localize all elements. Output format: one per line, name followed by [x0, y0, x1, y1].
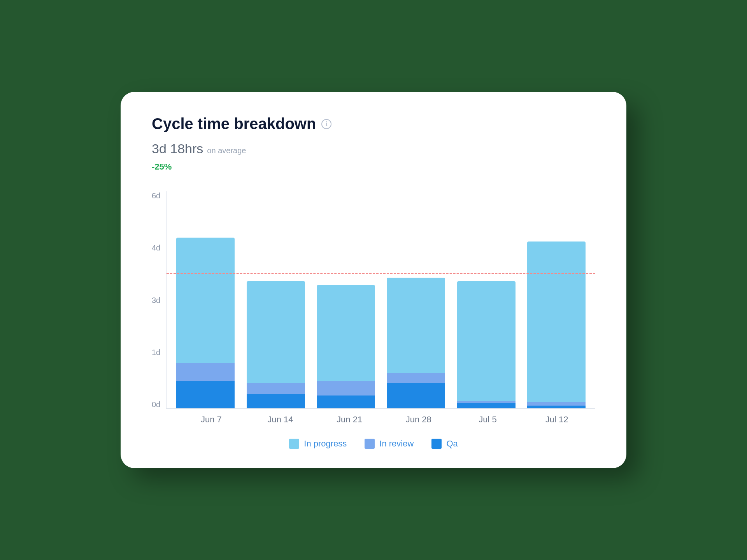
y-tick: 3d	[152, 296, 160, 305]
plot-area	[166, 191, 595, 409]
legend-swatch	[365, 439, 375, 449]
y-tick: 1d	[152, 348, 160, 357]
average-line	[167, 273, 595, 274]
metric-delta: -25%	[152, 162, 595, 172]
bar[interactable]	[527, 242, 586, 408]
x-tick: Jun 28	[389, 415, 448, 425]
bar[interactable]	[247, 281, 305, 408]
info-icon[interactable]: i	[321, 119, 331, 129]
x-tick: Jun 21	[320, 415, 379, 425]
y-axis: 6d4d3d1d0d	[152, 191, 166, 409]
legend-label: In review	[379, 439, 414, 449]
card-title: Cycle time breakdown	[152, 115, 316, 133]
x-tick: Jul 12	[528, 415, 586, 425]
bar-segment-in_progress	[457, 281, 516, 401]
bar-segment-in_progress	[176, 238, 235, 363]
x-tick: Jun 14	[251, 415, 309, 425]
y-tick: 4d	[152, 243, 160, 252]
legend-item-in_review[interactable]: In review	[365, 439, 414, 449]
x-tick: Jul 5	[458, 415, 517, 425]
bar-segment-qa	[387, 383, 445, 408]
card-header: Cycle time breakdown i	[152, 115, 595, 133]
chart: 6d4d3d1d0d Jun 7Jun 14Jun 21Jun 28Jul 5J…	[152, 191, 595, 449]
bar[interactable]	[457, 281, 516, 408]
bar-segment-in_progress	[247, 281, 305, 383]
bar[interactable]	[317, 285, 375, 408]
bar-segment-in_review	[527, 402, 586, 405]
metric-suffix: on average	[207, 146, 246, 155]
bar-segment-in_review	[247, 383, 305, 394]
bars-container	[167, 191, 595, 408]
bar-segment-in_progress	[317, 285, 375, 381]
bar-segment-in_review	[176, 363, 235, 381]
metric-row: 3d 18hrs on average	[152, 141, 595, 156]
bar-segment-in_progress	[527, 242, 586, 402]
legend-item-qa[interactable]: Qa	[431, 439, 458, 449]
bar-segment-in_review	[317, 381, 375, 396]
cycle-time-card: Cycle time breakdown i 3d 18hrs on avera…	[121, 92, 626, 468]
x-tick: Jun 7	[182, 415, 240, 425]
y-tick: 0d	[152, 400, 160, 409]
bar[interactable]	[387, 278, 445, 408]
bar-segment-qa	[176, 381, 235, 408]
legend: In progressIn reviewQa	[152, 439, 595, 449]
x-axis: Jun 7Jun 14Jun 21Jun 28Jul 5Jul 12	[173, 415, 595, 425]
bar-segment-in_review	[387, 373, 445, 383]
legend-swatch	[289, 439, 299, 449]
bar-segment-in_progress	[387, 278, 445, 373]
bar-segment-qa	[527, 406, 586, 408]
bar-segment-qa	[247, 394, 305, 408]
metric-value: 3d 18hrs	[152, 141, 203, 156]
bar-segment-qa	[457, 403, 516, 408]
y-tick: 6d	[152, 191, 160, 200]
legend-label: In progress	[304, 439, 347, 449]
legend-item-in_progress[interactable]: In progress	[289, 439, 347, 449]
legend-swatch	[431, 439, 442, 449]
legend-label: Qa	[446, 439, 458, 449]
bar-segment-qa	[317, 396, 375, 408]
bar[interactable]	[176, 238, 235, 408]
